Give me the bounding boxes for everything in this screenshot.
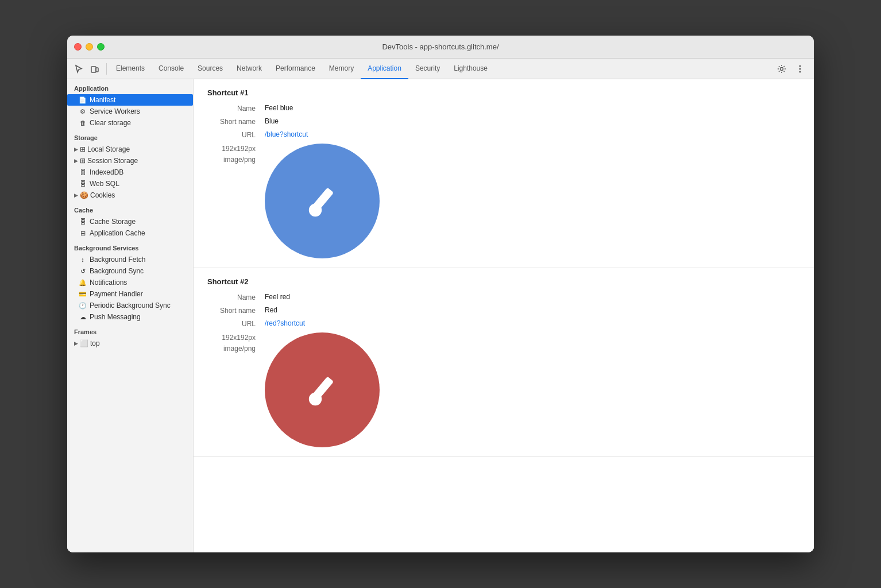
push-messaging-icon: ☁ — [79, 314, 87, 321]
expand-arrow-cookies: ▶ — [74, 192, 78, 198]
sidebar-item-background-sync[interactable]: ↺ Background Sync — [67, 265, 193, 277]
session-storage-icon: ⊞ — [80, 157, 86, 165]
sidebar-item-session-storage[interactable]: ▶ ⊞ Session Storage — [67, 155, 193, 167]
shortcut-2-image-size: 192x192px — [222, 334, 256, 342]
shortcut-2-image — [265, 332, 380, 447]
sidebar-item-periodic-background-sync[interactable]: 🕐 Periodic Background Sync — [67, 300, 193, 311]
application-cache-icon: ⊞ — [79, 230, 87, 237]
sidebar-item-service-workers-label: Service Workers — [90, 107, 140, 115]
shortcut-1-url-link[interactable]: /blue?shortcut — [265, 130, 308, 138]
expand-arrow-session-storage: ▶ — [74, 158, 78, 164]
paint-brush-icon-red — [299, 367, 345, 413]
traffic-lights — [74, 43, 105, 51]
sidebar-item-session-storage-label: Session Storage — [87, 157, 138, 165]
section-label-cache: Cache — [67, 201, 193, 216]
svg-rect-1 — [96, 68, 98, 72]
shortcut-2-name-row: Name Feel red — [207, 293, 800, 301]
cookies-icon: 🍪 — [80, 191, 88, 199]
sidebar-item-notifications-label: Notifications — [90, 278, 127, 287]
tab-network[interactable]: Network — [230, 59, 269, 79]
tab-elements[interactable]: Elements — [109, 59, 152, 79]
devtools-window: DevTools - app-shortcuts.glitch.me/ Elem… — [67, 36, 814, 552]
title-bar: DevTools - app-shortcuts.glitch.me/ — [67, 36, 814, 59]
tab-application[interactable]: Application — [361, 59, 408, 79]
sidebar-item-application-cache[interactable]: ⊞ Application Cache — [67, 227, 193, 239]
web-sql-icon: 🗄 — [79, 180, 87, 187]
close-button[interactable] — [74, 43, 82, 51]
sidebar-item-web-sql-label: Web SQL — [90, 180, 119, 188]
sidebar-item-local-storage[interactable]: ▶ ⊞ Local Storage — [67, 144, 193, 155]
sidebar-item-cache-storage[interactable]: 🗄 Cache Storage — [67, 216, 193, 227]
device-icon[interactable] — [88, 62, 102, 76]
shortcut-2-section: Shortcut #2 Name Feel red Short name Red… — [194, 268, 814, 457]
frame-icon: ⬜ — [80, 339, 88, 347]
sidebar-item-manifest[interactable]: 📄 Manifest — [67, 94, 193, 106]
sidebar-item-push-messaging[interactable]: ☁ Push Messaging — [67, 311, 193, 323]
shortcut-2-url-link[interactable]: /red?shortcut — [265, 319, 305, 327]
sidebar-item-top-label: top — [90, 339, 100, 347]
more-icon[interactable] — [793, 62, 807, 76]
tab-console[interactable]: Console — [152, 59, 191, 79]
sidebar-item-application-cache-label: Application Cache — [90, 229, 145, 237]
sidebar-item-payment-handler[interactable]: 💳 Payment Handler — [67, 288, 193, 300]
svg-point-5 — [799, 71, 801, 72]
sidebar-item-background-fetch-label: Background Fetch — [90, 256, 145, 264]
cursor-icon[interactable] — [72, 62, 86, 76]
sidebar: Application 📄 Manifest ⚙ Service Workers… — [67, 79, 194, 552]
sidebar-item-cookies[interactable]: ▶ 🍪 Cookies — [67, 189, 193, 201]
name-label: Name — [207, 104, 265, 113]
tab-bar-actions — [775, 62, 809, 76]
sidebar-item-clear-storage-label: Clear storage — [90, 119, 131, 127]
section-label-frames: Frames — [67, 323, 193, 338]
service-workers-icon: ⚙ — [79, 108, 87, 115]
shortcut-1-name-value: Feel blue — [265, 104, 293, 112]
shortcut-1-short-name-value: Blue — [265, 117, 279, 125]
payment-handler-icon: 💳 — [79, 291, 87, 298]
sidebar-item-notifications[interactable]: 🔔 Notifications — [67, 277, 193, 288]
maximize-button[interactable] — [97, 43, 105, 51]
shortcut-2-short-name-row: Short name Red — [207, 306, 800, 315]
shortcut-2-url-row: URL /red?shortcut — [207, 319, 800, 328]
short-name-label: Short name — [207, 117, 265, 126]
main-area: Application 📄 Manifest ⚙ Service Workers… — [67, 79, 814, 552]
tab-lighthouse[interactable]: Lighthouse — [447, 59, 494, 79]
tab-memory[interactable]: Memory — [322, 59, 361, 79]
svg-point-4 — [799, 68, 801, 69]
section-label-storage: Storage — [67, 129, 193, 144]
settings-icon[interactable] — [775, 62, 789, 76]
sidebar-item-indexeddb[interactable]: 🗄 IndexedDB — [67, 167, 193, 178]
svg-point-3 — [799, 65, 801, 67]
notifications-icon: 🔔 — [79, 279, 87, 287]
sidebar-item-background-fetch[interactable]: ↕ Background Fetch — [67, 254, 193, 265]
shortcut-2-image-container: 192x192px image/png — [207, 332, 800, 447]
minimize-button[interactable] — [86, 43, 93, 51]
sidebar-item-cookies-label: Cookies — [90, 191, 115, 199]
shortcut-1-image-container: 192x192px image/png — [207, 144, 800, 258]
paint-brush-icon-blue — [299, 178, 345, 224]
sidebar-item-web-sql[interactable]: 🗄 Web SQL — [67, 178, 193, 189]
shortcut-1-title: Shortcut #1 — [207, 88, 800, 97]
expand-arrow-top: ▶ — [74, 341, 78, 346]
tab-performance[interactable]: Performance — [269, 59, 322, 79]
tab-sources[interactable]: Sources — [191, 59, 230, 79]
url-label-2: URL — [207, 319, 265, 328]
tab-bar: Elements Console Sources Network Perform… — [67, 59, 814, 79]
shortcut-1-image-label: 192x192px image/png — [207, 144, 265, 165]
sidebar-item-service-workers[interactable]: ⚙ Service Workers — [67, 106, 193, 117]
tab-security[interactable]: Security — [408, 59, 447, 79]
sidebar-item-clear-storage[interactable]: 🗑 Clear storage — [67, 117, 193, 129]
expand-arrow-local-storage: ▶ — [74, 146, 78, 152]
shortcut-1-image-size: 192x192px — [222, 145, 256, 153]
sidebar-item-push-messaging-label: Push Messaging — [90, 313, 141, 321]
manifest-icon: 📄 — [79, 96, 87, 104]
background-sync-icon: ↺ — [79, 268, 87, 275]
background-fetch-icon: ↕ — [79, 256, 87, 263]
shortcut-2-image-type: image/png — [223, 345, 256, 353]
sidebar-item-background-sync-label: Background Sync — [90, 267, 144, 275]
short-name-label-2: Short name — [207, 306, 265, 315]
clear-storage-icon: 🗑 — [79, 119, 87, 126]
name-label-2: Name — [207, 293, 265, 301]
url-label: URL — [207, 130, 265, 139]
sidebar-item-top[interactable]: ▶ ⬜ top — [67, 338, 193, 349]
section-label-application: Application — [67, 79, 193, 94]
